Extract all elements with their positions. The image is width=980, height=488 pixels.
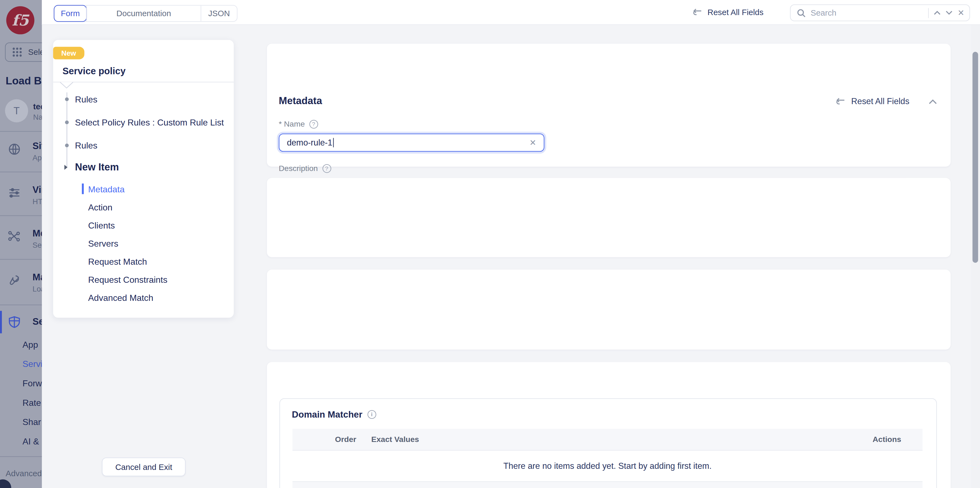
undo-icon xyxy=(693,8,702,16)
column-actions: Actions xyxy=(873,435,901,444)
sidebar-divider xyxy=(0,456,42,457)
primary-sidebar: f5 Sele Load Ba T tec Nam xyxy=(0,0,42,488)
search-input[interactable]: Search ✕ xyxy=(790,5,970,21)
grid-icon xyxy=(12,47,22,57)
tree-dot xyxy=(65,97,69,101)
collapse-notch-icon[interactable] xyxy=(60,82,73,89)
substep-advanced-match[interactable]: Advanced Match xyxy=(88,293,153,303)
sliders-icon xyxy=(7,186,21,200)
empty-message: There are no items added yet. Start by a… xyxy=(503,461,712,471)
new-badge-label: New xyxy=(61,49,76,57)
search-placeholder: Search xyxy=(811,8,923,17)
sidebar-item-label: Virtu xyxy=(32,184,42,195)
substep-metadata[interactable]: Metadata xyxy=(88,184,124,194)
tab-documentation[interactable]: Documentation xyxy=(86,6,201,21)
scrollbar-thumb[interactable] xyxy=(973,52,978,263)
name-input-value: demo-rule-1 xyxy=(287,138,332,147)
tenant-avatar[interactable]: T xyxy=(5,99,28,122)
name-input[interactable]: demo-rule-1 ✕ xyxy=(279,134,544,152)
domain-matcher-table: Order Exact Values Actions There are no … xyxy=(293,429,923,488)
search-icon xyxy=(797,8,806,17)
name-field-label: * Name ? xyxy=(279,120,318,128)
sidebar-item-sublabel: Servi xyxy=(32,241,42,250)
clear-input-icon[interactable]: ✕ xyxy=(530,138,536,147)
column-exact-values: Exact Values xyxy=(371,435,419,444)
wizard-current-step[interactable]: New Item xyxy=(75,162,119,173)
tenant-namespace: Nam xyxy=(33,113,42,122)
wizard-step-rules-1[interactable]: Rules xyxy=(75,94,97,104)
tab-form[interactable]: Form xyxy=(54,5,87,22)
section-title: Metadata xyxy=(279,96,322,107)
help-icon[interactable]: ? xyxy=(309,120,318,128)
tenant-name: tec xyxy=(33,101,42,111)
domain-matcher-title-text: Domain Matcher xyxy=(292,409,363,419)
wizard-step-rules-2[interactable]: Rules xyxy=(75,141,97,151)
sidebar-divider xyxy=(0,305,42,305)
column-order: Order xyxy=(335,435,356,444)
sidebar-item-label: Man xyxy=(32,271,42,282)
section-header-controls: Reset All Fields xyxy=(836,97,937,106)
domain-matcher-box: Domain Matcher i Order Exact Values Acti… xyxy=(279,398,937,488)
sidebar-link-ai[interactable]: AI & xyxy=(22,436,39,446)
service-selector[interactable]: Sele xyxy=(5,43,42,62)
shield-icon xyxy=(7,315,21,329)
metadata-section: Metadata Reset All Fields * Name ? demo-… xyxy=(267,44,951,166)
help-icon[interactable]: ? xyxy=(322,164,331,173)
active-substep-indicator xyxy=(82,184,83,194)
clients-section: Clients Show Advanced Fields * Client Se… xyxy=(267,269,951,350)
current-step-arrow-icon xyxy=(64,165,67,170)
action-section: Action Show Advanced Fields * Action i D… xyxy=(267,178,951,257)
cancel-and-exit-button[interactable]: Cancel and Exit xyxy=(102,458,186,476)
f5-logo-text: f5 xyxy=(12,11,29,29)
tab-json[interactable]: JSON xyxy=(201,6,237,21)
section-reset-button[interactable]: Reset All Fields xyxy=(851,97,910,106)
search-close-icon[interactable]: ✕ xyxy=(958,8,964,17)
collapse-section-icon[interactable] xyxy=(929,99,937,104)
search-prev-icon[interactable] xyxy=(934,11,941,15)
sidebar-divider xyxy=(0,131,42,132)
substep-clients[interactable]: Clients xyxy=(88,220,115,230)
substep-request-constraints[interactable]: Request Constraints xyxy=(88,274,167,284)
sidebar-link-shared[interactable]: Shar xyxy=(22,417,41,427)
sidebar-item-label: Mes xyxy=(32,228,42,238)
description-field-label: Description ? xyxy=(279,164,331,173)
tree-dot xyxy=(65,144,69,147)
sidebar-link-forward[interactable]: Forw xyxy=(22,379,42,388)
vertical-scrollbar[interactable] xyxy=(971,25,980,488)
sidebar-divider xyxy=(0,171,42,172)
tree-connector xyxy=(66,92,67,167)
servers-section: Servers Show Advanced Fields Domain Matc… xyxy=(267,362,951,488)
sidebar-item-sublabel: Load xyxy=(32,285,42,293)
app-window: f5 Sele Load Ba T tec Nam xyxy=(0,0,980,488)
service-selector-label: Sele xyxy=(28,48,42,57)
text-caret xyxy=(333,138,334,147)
active-section-indicator xyxy=(0,311,2,333)
corner-widget[interactable] xyxy=(0,480,11,488)
globe-icon xyxy=(7,142,21,156)
table-empty-row: There are no items added yet. Start by a… xyxy=(293,451,923,482)
sidebar-item-sublabel: HTTP xyxy=(32,197,42,206)
substep-servers[interactable]: Servers xyxy=(88,238,118,248)
substep-request-match[interactable]: Request Match xyxy=(88,257,147,266)
wizard-step-select-policy-rules[interactable]: Select Policy Rules : Custom Rule List xyxy=(75,117,224,127)
search-next-icon[interactable] xyxy=(946,11,953,15)
wizard-title: Service policy xyxy=(62,65,126,76)
info-icon[interactable]: i xyxy=(368,410,376,419)
form-topbar: Form Documentation JSON Reset All Fields… xyxy=(42,0,980,25)
sidebar-link-app-firewall[interactable]: App xyxy=(22,339,38,349)
view-tabs: Form Documentation JSON xyxy=(54,5,238,22)
sidebar-divider xyxy=(0,215,42,216)
sidebar-link-rate[interactable]: Rate xyxy=(22,398,41,407)
f5-logo[interactable]: f5 xyxy=(6,6,35,35)
tree-dot xyxy=(65,120,69,124)
wizard-panel: New Service policy Rules Select Policy R… xyxy=(53,40,234,318)
description-label-text: Description xyxy=(279,164,318,173)
mesh-icon xyxy=(7,230,21,243)
reset-all-fields-button[interactable]: Reset All Fields xyxy=(693,0,763,24)
substep-action[interactable]: Action xyxy=(88,202,113,212)
table-header-row: Order Exact Values Actions xyxy=(293,429,923,451)
name-label-text: * Name xyxy=(279,120,305,128)
sidebar-link-service-policies[interactable]: Servi xyxy=(22,359,42,369)
advanced-nav-label[interactable]: Advanced xyxy=(6,469,42,478)
sidebar-item-label: Secu xyxy=(32,316,42,326)
